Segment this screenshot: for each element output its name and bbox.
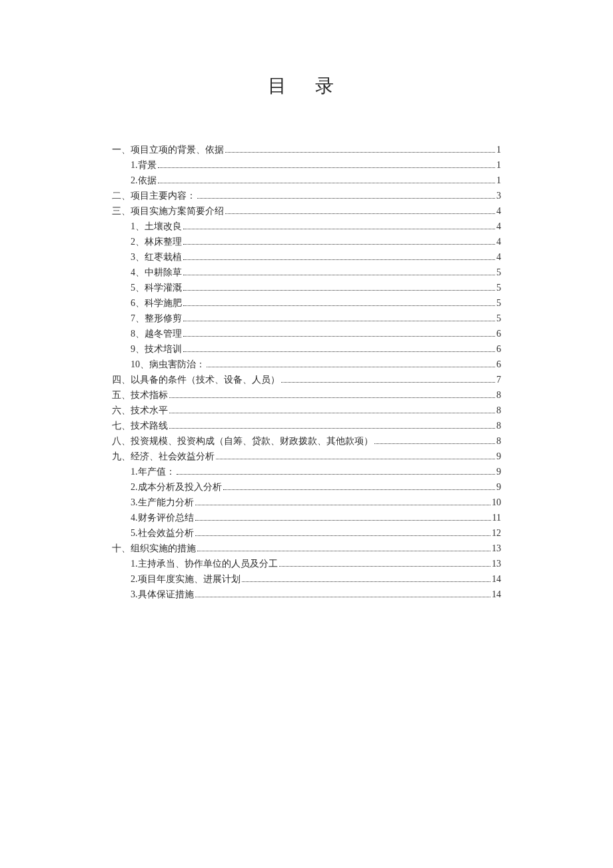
toc-entry-label: 1.主持承当、协作单位的人员及分工 bbox=[131, 559, 278, 569]
toc-entry-label: 7、整形修剪 bbox=[131, 314, 182, 323]
toc-leader-dots bbox=[158, 167, 496, 168]
toc-entry: 3.生产能力分析10 bbox=[112, 498, 501, 507]
toc-entry-page: 6 bbox=[496, 360, 501, 369]
toc-entry-page: 11 bbox=[492, 513, 501, 523]
toc-entry-label: 一、项目立项的背景、依据 bbox=[112, 145, 224, 155]
toc-entry: 4、中耕除草5 bbox=[112, 268, 501, 277]
toc-leader-dots bbox=[197, 550, 490, 551]
toc-entry: 一、项目立项的背景、依据1 bbox=[112, 145, 501, 155]
toc-entry: 1、土壤改良4 bbox=[112, 222, 501, 231]
toc-entry-page: 10 bbox=[492, 498, 501, 507]
toc-leader-dots bbox=[223, 489, 496, 490]
toc-entry-page: 8 bbox=[496, 406, 501, 415]
toc-entry-label: 五、技术指标 bbox=[112, 391, 168, 400]
toc-leader-dots bbox=[225, 151, 495, 153]
toc-entry-label: 九、经济、社会效益分析 bbox=[112, 452, 215, 461]
toc-entry-page: 9 bbox=[496, 467, 501, 477]
toc-entry-label: 5.社会效益分析 bbox=[131, 529, 194, 538]
toc-leader-dots bbox=[374, 443, 495, 444]
toc-entry-page: 1 bbox=[496, 145, 501, 155]
toc-entry-page: 6 bbox=[496, 329, 501, 339]
toc-entry-label: 3.生产能力分析 bbox=[131, 498, 194, 507]
toc-entry-label: 1.年产值： bbox=[131, 467, 175, 477]
toc-entry-label: 八、投资规模、投资构成（自筹、贷款、财政拨款、其他款项） bbox=[112, 437, 373, 446]
toc-entry: 4.财务评价总结11 bbox=[112, 513, 501, 523]
toc-entry-page: 13 bbox=[492, 544, 501, 553]
toc-entry-label: 3、红枣栽植 bbox=[131, 253, 182, 262]
table-of-contents: 一、项目立项的背景、依据11.背景12.依据1二、项目主要内容：3三、项目实施方… bbox=[112, 145, 501, 599]
toc-entry: 2.依据1 bbox=[112, 176, 501, 185]
toc-entry: 三、项目实施方案简要介绍4 bbox=[112, 207, 501, 216]
toc-entry-page: 9 bbox=[496, 483, 501, 492]
toc-leader-dots bbox=[195, 596, 491, 597]
toc-entry: 2、林床整理4 bbox=[112, 237, 501, 247]
toc-entry: 2.项目年度实施、进展计划14 bbox=[112, 575, 501, 584]
toc-leader-dots bbox=[183, 243, 495, 245]
toc-entry-page: 4 bbox=[496, 207, 501, 216]
toc-entry-page: 4 bbox=[496, 222, 501, 231]
toc-entry-page: 4 bbox=[496, 237, 501, 247]
toc-leader-dots bbox=[183, 320, 495, 321]
toc-leader-dots bbox=[183, 289, 495, 291]
toc-entry: 二、项目主要内容：3 bbox=[112, 191, 501, 201]
toc-leader-dots bbox=[183, 335, 495, 337]
toc-entry-label: 10、病虫害防治： bbox=[131, 360, 205, 369]
toc-entry-label: 七、技术路线 bbox=[112, 421, 168, 431]
toc-leader-dots bbox=[197, 197, 495, 199]
toc-entry: 5、科学灌溉5 bbox=[112, 283, 501, 293]
toc-entry-page: 5 bbox=[496, 268, 501, 277]
document-page: 目 录 一、项目立项的背景、依据11.背景12.依据1二、项目主要内容：3三、项… bbox=[0, 0, 613, 672]
toc-leader-dots bbox=[195, 535, 491, 536]
toc-entry: 3.具体保证措施14 bbox=[112, 590, 501, 599]
toc-entry: 1.背景1 bbox=[112, 161, 501, 170]
toc-entry-label: 2、林床整理 bbox=[131, 237, 182, 247]
toc-leader-dots bbox=[183, 228, 495, 229]
toc-entry-label: 二、项目主要内容： bbox=[112, 191, 196, 201]
toc-leader-dots bbox=[216, 458, 495, 459]
toc-leader-dots bbox=[177, 473, 496, 475]
toc-entry: 10、病虫害防治：6 bbox=[112, 360, 501, 369]
toc-entry: 1.主持承当、协作单位的人员及分工13 bbox=[112, 559, 501, 569]
toc-entry-page: 1 bbox=[496, 161, 501, 170]
toc-entry-label: 六、技术水平 bbox=[112, 406, 168, 415]
toc-entry-page: 13 bbox=[492, 559, 501, 569]
toc-entry-page: 12 bbox=[492, 529, 501, 538]
toc-entry: 八、投资规模、投资构成（自筹、贷款、财政拨款、其他款项）8 bbox=[112, 437, 501, 446]
toc-entry: 2.成本分析及投入分析9 bbox=[112, 483, 501, 492]
toc-entry-page: 6 bbox=[496, 345, 501, 354]
toc-entry-label: 四、以具备的条件（技术、设备、人员） bbox=[112, 375, 280, 385]
toc-entry-label: 2.项目年度实施、进展计划 bbox=[131, 575, 241, 584]
toc-entry-label: 4.财务评价总结 bbox=[131, 513, 194, 523]
toc-entry-label: 3.具体保证措施 bbox=[131, 590, 194, 599]
toc-entry-label: 6、科学施肥 bbox=[131, 299, 182, 308]
toc-entry: 七、技术路线8 bbox=[112, 421, 501, 431]
toc-entry: 6、科学施肥5 bbox=[112, 299, 501, 308]
toc-leader-dots bbox=[158, 182, 496, 183]
toc-entry: 九、经济、社会效益分析9 bbox=[112, 452, 501, 461]
toc-entry-label: 9、技术培训 bbox=[131, 345, 182, 354]
toc-entry-label: 8、越冬管理 bbox=[131, 329, 182, 339]
toc-entry-page: 7 bbox=[496, 375, 501, 385]
toc-entry: 六、技术水平8 bbox=[112, 406, 501, 415]
toc-leader-dots bbox=[183, 305, 495, 306]
toc-entry: 四、以具备的条件（技术、设备、人员）7 bbox=[112, 375, 501, 385]
toc-leader-dots bbox=[279, 565, 491, 567]
toc-entry-page: 8 bbox=[496, 437, 501, 446]
toc-entry-label: 十、组织实施的措施 bbox=[112, 544, 196, 553]
toc-leader-dots bbox=[242, 581, 491, 582]
toc-entry-page: 3 bbox=[496, 191, 501, 201]
toc-entry: 5.社会效益分析12 bbox=[112, 529, 501, 538]
toc-leader-dots bbox=[225, 213, 495, 214]
toc-leader-dots bbox=[169, 427, 495, 429]
toc-entry-page: 5 bbox=[496, 299, 501, 308]
toc-entry-page: 5 bbox=[496, 283, 501, 293]
toc-leader-dots bbox=[183, 351, 495, 352]
toc-leader-dots bbox=[169, 412, 495, 413]
toc-leader-dots bbox=[183, 274, 495, 275]
toc-entry-page: 9 bbox=[496, 452, 501, 461]
toc-entry-label: 2.成本分析及投入分析 bbox=[131, 483, 222, 492]
toc-entry: 1.年产值：9 bbox=[112, 467, 501, 477]
toc-entry-label: 三、项目实施方案简要介绍 bbox=[112, 207, 224, 216]
toc-leader-dots bbox=[195, 504, 491, 505]
toc-entry-label: 1.背景 bbox=[131, 161, 157, 170]
